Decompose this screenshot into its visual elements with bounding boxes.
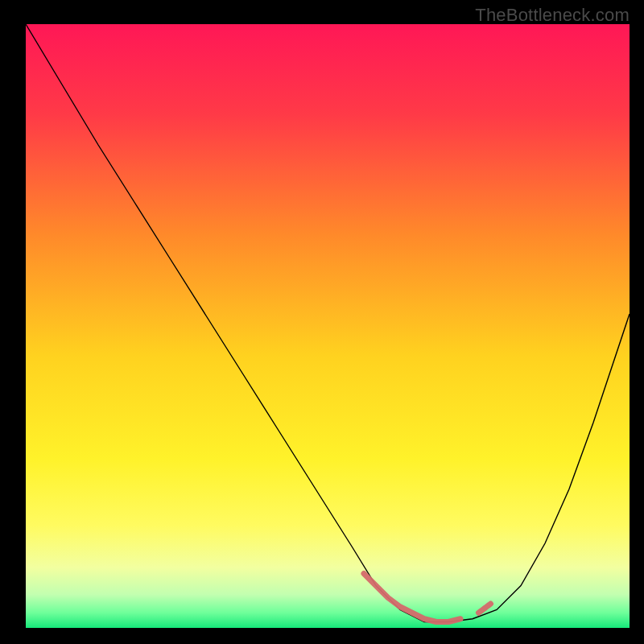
bottleneck-chart <box>26 24 630 628</box>
plot-area <box>26 24 630 628</box>
gradient-background <box>26 24 630 628</box>
watermark-text: TheBottleneck.com <box>475 5 630 26</box>
chart-frame: TheBottleneck.com <box>0 0 644 644</box>
